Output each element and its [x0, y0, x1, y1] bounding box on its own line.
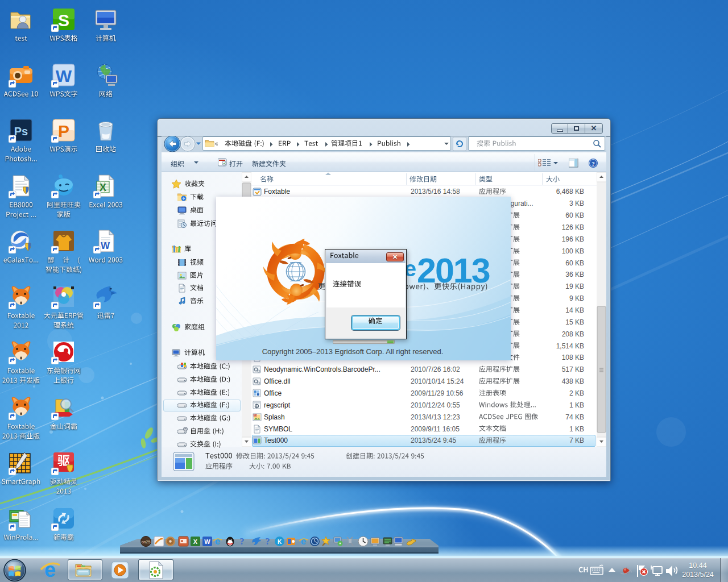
svg-text:W: W: [101, 240, 110, 251]
svg-text:S: S: [58, 11, 69, 30]
svg-text:P: P: [58, 122, 69, 140]
svg-text:JPG: JPG: [253, 414, 257, 417]
svg-text:?: ?: [592, 160, 595, 167]
svg-text:e: e: [215, 537, 220, 546]
svg-text:?: ?: [239, 537, 244, 546]
svg-text:Ps: Ps: [14, 125, 28, 138]
svg-text:on25: on25: [141, 540, 150, 544]
svg-text:W: W: [204, 538, 210, 545]
svg-text:e: e: [301, 537, 306, 546]
svg-text:X: X: [193, 538, 197, 545]
svg-text:K: K: [277, 539, 282, 545]
svg-text:?: ?: [265, 537, 270, 546]
